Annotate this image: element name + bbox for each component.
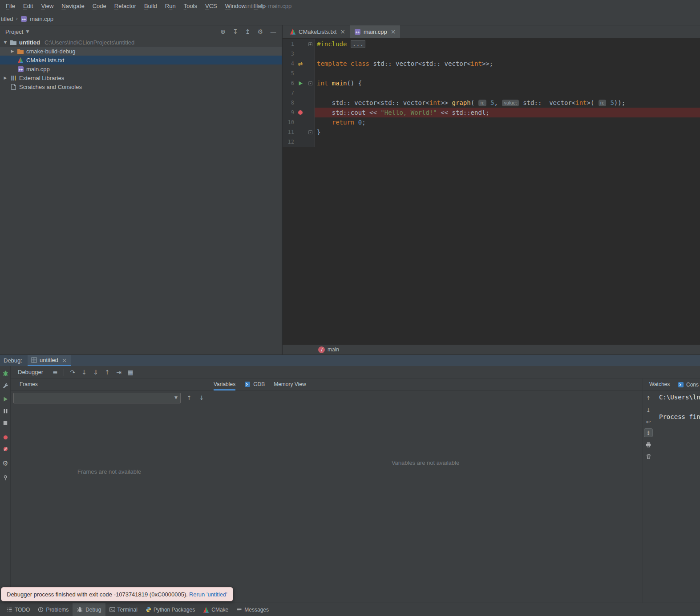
chevron-down-icon[interactable]: ▼ (2, 40, 9, 44)
fold-marker[interactable]: - (307, 81, 314, 85)
print-icon[interactable] (644, 441, 652, 449)
statusbar-terminal[interactable]: Terminal (105, 603, 142, 616)
rerun-debug-icon[interactable] (1, 369, 10, 378)
menu-build[interactable]: Build (140, 0, 161, 12)
evaluate-expression-icon[interactable]: ▦ (125, 369, 136, 376)
editor-tab-main-cpp[interactable]: ++main.cpp× (350, 25, 400, 38)
menu-view[interactable]: View (37, 0, 57, 12)
chevron-down-icon: ▼ (174, 395, 178, 400)
debug-session-tab[interactable]: untitled × (28, 355, 71, 366)
menu-navigate[interactable]: Navigate (57, 0, 88, 12)
run-icon[interactable] (294, 81, 307, 86)
statusbar-python-packages[interactable]: Python Packages (142, 603, 199, 616)
project-panel-title[interactable]: Project (5, 28, 23, 35)
breadcrumb-file[interactable]: main.cpp (30, 16, 53, 22)
pin-tab-icon[interactable] (1, 473, 10, 482)
fold-icon[interactable]: + (308, 42, 312, 46)
code-editor[interactable]: 1+#include ...34⇄template class std:: ve… (283, 38, 700, 345)
settings-icon[interactable]: ⚙ (257, 28, 263, 35)
hide-icon[interactable]: — (270, 28, 276, 35)
step-over-icon[interactable]: ↷ (67, 369, 78, 376)
statusbar-todo[interactable]: TODO (3, 603, 34, 616)
tree-item-cmake-build-debug[interactable]: ▶cmake-build-debug (0, 47, 282, 56)
menu-run[interactable]: Run (161, 0, 180, 12)
mute-breakpoints-icon[interactable] (1, 444, 10, 453)
stop-icon[interactable] (1, 419, 10, 427)
scroll-to-end-icon[interactable]: ⇟ (644, 429, 652, 437)
thread-selector-dropdown[interactable]: ▼ (13, 393, 181, 403)
code-line-content[interactable]: #include ... (315, 39, 700, 49)
chevron-right-icon[interactable]: ▶ (2, 76, 9, 80)
scroll-up-icon[interactable]: ↑ (644, 394, 652, 402)
code-line-content[interactable] (315, 68, 700, 78)
fold-marker[interactable]: + (307, 42, 314, 46)
modify-run-configuration-icon[interactable] (1, 381, 10, 390)
breadcrumb-project[interactable]: titled (1, 16, 13, 22)
previous-frame-button[interactable]: ↑ (185, 394, 194, 403)
collapse-all-icon[interactable]: ↥ (245, 28, 251, 35)
menu-refactor[interactable]: Refactor (110, 0, 140, 12)
debug-left-toolbar: ⚙ (0, 366, 11, 603)
code-line-content[interactable] (315, 49, 700, 59)
editor-tab-cmakelists-txt[interactable]: CMakeLists.txt× (285, 25, 350, 38)
menu-tools[interactable]: Tools (180, 0, 201, 12)
chevron-down-icon[interactable]: ▼ (26, 29, 29, 34)
fold-marker[interactable]: - (307, 130, 314, 134)
rerun-link[interactable]: Rerun 'untitled' (189, 591, 227, 598)
tree-item-main-cpp[interactable]: ++main.cpp (0, 64, 282, 73)
soft-wrap-icon[interactable]: ↩ (644, 418, 652, 426)
scroll-down-icon[interactable]: ↓ (644, 406, 652, 414)
statusbar-debug[interactable]: Debug (73, 603, 105, 616)
statusbar-label: Messages (244, 607, 269, 613)
code-line-content[interactable]: int main() { (315, 78, 700, 88)
resume-icon[interactable] (1, 395, 10, 403)
menu-vcs[interactable]: VCS (201, 0, 221, 12)
tree-item-external-libraries[interactable]: ▶External Libraries (0, 73, 282, 82)
code-line-content[interactable]: std::cout << "Hello, World!" << std::end… (315, 108, 700, 117)
pause-icon[interactable] (1, 407, 10, 415)
step-into-icon[interactable]: ↓ (78, 369, 90, 376)
statusbar-messages[interactable]: Messages (232, 603, 273, 616)
chevron-right-icon[interactable]: ▶ (9, 49, 16, 53)
related-icon[interactable]: ⇄ (294, 60, 307, 67)
editor-tab-label: CMakeLists.txt (299, 28, 336, 35)
step-out-icon[interactable]: ↑ (101, 369, 113, 376)
tab-variables[interactable]: Variables (214, 378, 235, 391)
statusbar-cmake[interactable]: CMake (199, 603, 232, 616)
expand-all-icon[interactable]: ↧ (233, 28, 238, 35)
menu-file[interactable]: File (2, 0, 19, 12)
force-step-into-icon[interactable]: ⇓ (90, 369, 101, 376)
tab-watches[interactable]: Watches (649, 381, 670, 387)
close-icon[interactable]: × (391, 28, 396, 35)
code-line-content[interactable]: std:: vector<std:: vector<int>> graph( n… (315, 98, 700, 108)
code-line-content[interactable] (315, 137, 700, 147)
tree-item-scratches-and-consoles[interactable]: Scratches and Consoles (0, 82, 282, 91)
fold-icon[interactable]: - (308, 81, 312, 85)
code-token: value: (502, 100, 518, 106)
tree-item-cmakelists-txt[interactable]: CMakeLists.txt (0, 56, 282, 64)
code-line-content[interactable]: } (315, 127, 700, 137)
view-breakpoints-icon[interactable] (1, 433, 10, 442)
next-frame-button[interactable]: ↓ (197, 394, 206, 403)
tree-item-untitled[interactable]: ▼untitledC:\Users\Ind\CLionProjects\unti… (0, 38, 282, 47)
menu-code[interactable]: Code (89, 0, 110, 12)
close-icon[interactable]: × (340, 28, 345, 35)
editor-breadcrumb-function[interactable]: main (328, 346, 339, 353)
tab-console[interactable]: Cons (678, 378, 699, 391)
fold-icon[interactable]: - (308, 130, 312, 134)
restore-layout-icon[interactable]: ≡ (49, 369, 61, 376)
code-line-content[interactable] (315, 88, 700, 98)
close-icon[interactable]: × (62, 357, 67, 364)
clear-all-icon[interactable] (644, 452, 652, 460)
locate-icon[interactable]: ⊕ (220, 28, 226, 35)
tab-gdb[interactable]: GDB (244, 378, 265, 391)
run-to-cursor-icon[interactable]: ⇥ (113, 369, 125, 376)
code-line-content[interactable]: template class std:: vector<std:: vector… (315, 59, 700, 68)
debug-header-label: Debug: (4, 357, 22, 364)
debugger-settings-icon[interactable]: ⚙ (1, 459, 10, 468)
code-line-content[interactable]: return 0; (315, 117, 700, 127)
menu-edit[interactable]: Edit (19, 0, 37, 12)
breakpoint-icon[interactable] (294, 110, 307, 115)
statusbar-problems[interactable]: Problems (34, 603, 73, 616)
tab-memory-view[interactable]: Memory View (274, 378, 306, 391)
